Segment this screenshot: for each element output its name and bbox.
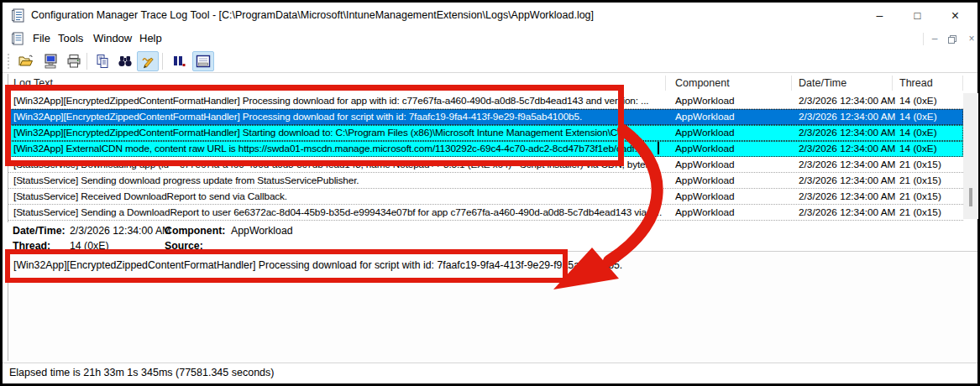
- divider: [923, 33, 924, 45]
- highlighter-icon: [139, 53, 156, 70]
- connect-computer-button[interactable]: [40, 51, 62, 71]
- log-cell-thr: 21 (0x15): [899, 173, 963, 189]
- log-cell-dt: 2/3/2026 12:34:00 AM: [799, 109, 898, 125]
- log-row[interactable]: [StatusService] Received DownloadReport …: [8, 189, 963, 205]
- log-list: Log Text Component Date/Time Thread [Win…: [8, 74, 977, 222]
- copy-icon: [94, 53, 111, 70]
- log-cell-dt: 2/3/2026 12:34:00 AM: [799, 93, 898, 109]
- maximize-icon[interactable]: □: [899, 3, 936, 29]
- detail-thread-label: Thread:: [13, 240, 50, 252]
- highlight-button[interactable]: [137, 51, 159, 71]
- show-detail-pane-button[interactable]: [192, 51, 214, 71]
- mdi-close-icon[interactable]: ×: [963, 33, 980, 46]
- detail-fields: Date/Time: 2/3/2026 12:34:00 AM Componen…: [8, 222, 977, 251]
- log-cell-text: [StatusService] Received DownloadReport …: [13, 189, 662, 205]
- menu-file[interactable]: File: [29, 32, 54, 44]
- mdi-minimize-icon[interactable]: –: [926, 33, 943, 46]
- detail-view-icon: [195, 53, 212, 70]
- minimize-icon[interactable]: –: [861, 3, 899, 29]
- detail-component-value: AppWorkload: [231, 225, 293, 237]
- toolbar-separator: [162, 53, 163, 70]
- printer-icon: [66, 53, 82, 70]
- log-cell-dt: 2/3/2026 12:34:00 AM: [799, 157, 898, 173]
- log-cell-text: [StatusService] Sending a DownloadReport…: [13, 205, 662, 221]
- print-button[interactable]: [63, 51, 85, 71]
- log-cell-text: [Win32App][EncryptedZippedContentFormatH…: [13, 125, 662, 141]
- log-cell-thr: 14 (0xE): [899, 141, 963, 157]
- toolbar-separator: [86, 53, 87, 70]
- log-cell-text: [StatusService] Sending download progres…: [13, 173, 662, 189]
- log-cell-comp: AppWorkload: [675, 157, 793, 173]
- detail-text-pane[interactable]: [Win32App][EncryptedZippedContentFormatH…: [8, 251, 977, 361]
- find-button[interactable]: [114, 51, 136, 71]
- text-caret: [658, 142, 659, 154]
- menu-help[interactable]: Help: [136, 32, 165, 44]
- detail-component-label: Component:: [165, 225, 225, 237]
- detail-thread-value: 14 (0xE): [70, 240, 108, 252]
- column-divider[interactable]: [962, 76, 963, 91]
- toolbar: [3, 50, 977, 73]
- elapsed-time-text: Elapsed time is 21h 33m 1s 345ms (77581.…: [9, 367, 274, 378]
- restore-square-front: [948, 37, 955, 44]
- column-divider[interactable]: [665, 76, 666, 91]
- log-cell-comp: AppWorkload: [675, 109, 793, 125]
- log-cell-comp: AppWorkload: [675, 125, 793, 141]
- menu-window[interactable]: Window: [90, 32, 135, 44]
- log-row[interactable]: [Win32App] ExternalCDN mode, content raw…: [8, 141, 963, 157]
- title-bar: Configuration Manager Trace Log Tool - […: [3, 3, 977, 29]
- menu-bar: File Tools Window Help – ×: [3, 29, 977, 50]
- detail-log-text: [Win32App][EncryptedZippedContentFormatH…: [13, 259, 962, 271]
- app-window: Configuration Manager Trace Log Tool - […: [0, 0, 980, 386]
- mdi-document-icon: [11, 32, 24, 45]
- close-icon[interactable]: ×: [936, 3, 974, 29]
- open-file-button[interactable]: [15, 51, 37, 71]
- log-cell-thr: 14 (0xE): [899, 93, 963, 109]
- column-divider[interactable]: [791, 76, 792, 91]
- menu-tools[interactable]: Tools: [55, 32, 86, 44]
- log-cell-text: [Win32App][EncryptedZippedContentFormatH…: [13, 93, 662, 109]
- pause-button[interactable]: [167, 51, 189, 71]
- log-cell-dt: 2/3/2026 12:34:00 AM: [799, 205, 898, 221]
- log-cell-dt: 2/3/2026 12:34:00 AM: [799, 141, 898, 157]
- log-cell-comp: AppWorkload: [675, 205, 793, 221]
- log-cell-text: [Win32App] ExternalCDN mode, content raw…: [13, 141, 662, 157]
- column-header-log-text[interactable]: Log Text: [13, 74, 53, 92]
- scrollbar-thumb[interactable]: [969, 188, 972, 206]
- log-row[interactable]: [StatusService] Sending download progres…: [8, 173, 963, 189]
- log-rows: [Win32App][EncryptedZippedContentFormatH…: [8, 93, 963, 221]
- mdi-restore-icon[interactable]: [945, 33, 962, 46]
- log-cell-thr: 14 (0xE): [899, 109, 963, 125]
- copy-button[interactable]: [92, 51, 113, 71]
- log-cell-dt: 2/3/2026 12:34:00 AM: [799, 173, 898, 189]
- log-cell-thr: 14 (0xE): [899, 125, 963, 141]
- log-cell-comp: AppWorkload: [675, 93, 793, 109]
- log-row[interactable]: [Win32App][EncryptedZippedContentFormatH…: [8, 125, 963, 141]
- log-cell-dt: 2/3/2026 12:34:00 AM: [799, 125, 898, 141]
- log-cell-text: [StatusService] Downloading app (id = c7…: [13, 157, 662, 173]
- detail-datetime-value: 2/3/2026 12:34:00 AM: [70, 225, 170, 237]
- log-cell-thr: 21 (0x15): [899, 205, 963, 221]
- vertical-scrollbar[interactable]: [963, 93, 978, 219]
- status-bar: Elapsed time is 21h 33m 1s 345ms (77581.…: [3, 363, 977, 383]
- log-cell-dt: 2/3/2026 12:34:00 AM: [799, 189, 898, 205]
- detail-source-label: Source:: [165, 240, 203, 252]
- log-cell-comp: AppWorkload: [675, 141, 793, 157]
- toolbar-grip[interactable]: [8, 54, 10, 69]
- column-header-datetime[interactable]: Date/Time: [799, 74, 846, 92]
- column-header-thread[interactable]: Thread: [899, 74, 933, 92]
- log-row[interactable]: [StatusService] Downloading app (id = c7…: [8, 157, 963, 173]
- log-row[interactable]: [Win32App][EncryptedZippedContentFormatH…: [8, 93, 963, 109]
- open-folder-icon: [18, 53, 34, 70]
- column-divider[interactable]: [892, 76, 893, 91]
- window-title: Configuration Manager Trace Log Tool - […: [31, 9, 594, 21]
- log-cell-comp: AppWorkload: [675, 189, 793, 205]
- log-row[interactable]: [StatusService] Sending a DownloadReport…: [8, 205, 963, 221]
- computer-icon: [43, 53, 60, 70]
- binoculars-icon: [117, 53, 134, 70]
- column-header-component[interactable]: Component: [675, 74, 730, 92]
- log-row[interactable]: [Win32App][EncryptedZippedContentFormatH…: [8, 109, 963, 125]
- log-cell-comp: AppWorkload: [675, 173, 793, 189]
- log-cell-text: [Win32App][EncryptedZippedContentFormatH…: [13, 109, 662, 125]
- log-cell-thr: 21 (0x15): [899, 189, 963, 205]
- log-cell-thr: 21 (0x15): [899, 157, 963, 173]
